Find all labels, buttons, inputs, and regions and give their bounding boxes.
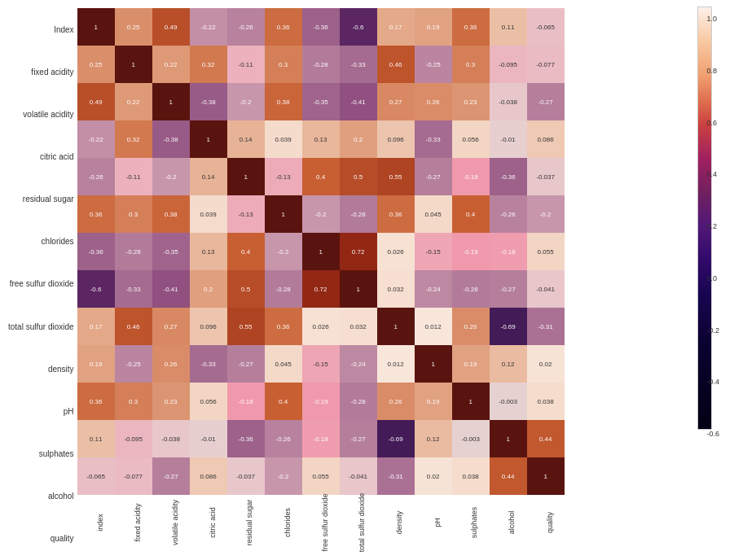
- heatmap-cell: 0.32: [190, 46, 227, 83]
- heatmap-cell: -0.065: [77, 457, 115, 495]
- y-label: total sulfur dioxide: [8, 308, 77, 345]
- x-label: density: [377, 495, 415, 560]
- heatmap-cell: -0.33: [340, 46, 377, 83]
- x-label: pH: [415, 495, 452, 560]
- heatmap-cell: 1: [302, 233, 340, 270]
- heatmap-cell: -0.24: [340, 345, 377, 383]
- heatmap-cell: -0.2: [265, 233, 302, 270]
- heatmap-cell: -0.26: [490, 195, 527, 233]
- heatmap-cell: 0.11: [77, 420, 115, 457]
- heatmap-cell: 0.19: [452, 345, 490, 383]
- heatmap-cell: -0.26: [265, 420, 302, 457]
- heatmap-cell: -0.36: [302, 8, 340, 46]
- heatmap-cell: -0.01: [190, 420, 227, 457]
- heatmap-cell: -0.19: [452, 233, 490, 270]
- colorbar-label: 1.0: [706, 15, 719, 23]
- heatmap-cell: 0.3: [265, 46, 302, 83]
- heatmap-cell: -0.065: [527, 8, 565, 46]
- heatmap-cell: 0.3: [115, 383, 152, 420]
- heatmap-cell: 1: [152, 83, 190, 120]
- heatmap-cell: 1: [265, 195, 302, 233]
- heatmap-cell: 0.4: [265, 383, 302, 420]
- chart-container: Indexfixed acidityvolatile aciditycitric…: [0, 0, 734, 560]
- heatmap-cell: 1: [452, 383, 490, 420]
- heatmap-cell: -0.35: [302, 83, 340, 120]
- heatmap-cell: 0.12: [490, 345, 527, 383]
- heatmap-cell: -0.38: [190, 83, 227, 120]
- heatmap-cell: 0.086: [190, 457, 227, 495]
- heatmap-cell: -0.13: [227, 195, 265, 233]
- y-label: sulphates: [8, 435, 77, 472]
- heatmap-cell: 0.11: [490, 8, 527, 46]
- y-label: quality: [8, 520, 77, 558]
- heatmap-cell: 0.36: [452, 8, 490, 46]
- heatmap-cell: 0.26: [152, 345, 190, 383]
- heatmap-cell: -0.2: [527, 195, 565, 233]
- colorbar-label: 0.8: [706, 67, 719, 75]
- heatmap-cell: 0.4: [452, 195, 490, 233]
- heatmap-cell: 0.27: [152, 308, 190, 345]
- x-label: volatile acidity: [152, 495, 190, 560]
- heatmap-cell: -0.22: [190, 8, 227, 46]
- x-label: free sulfur dioxide: [302, 495, 340, 560]
- heatmap-cell: -0.2: [302, 195, 340, 233]
- colorbar-label: -0.2: [706, 326, 719, 335]
- heatmap-cell: 0.19: [415, 8, 452, 46]
- heatmap-cell: -0.38: [152, 120, 190, 158]
- y-label: chlorides: [8, 223, 77, 260]
- heatmap-cell: 0.4: [227, 233, 265, 270]
- heatmap-cell: -0.11: [227, 46, 265, 83]
- heatmap-cell: 0.19: [415, 383, 452, 420]
- heatmap-cell: 0.5: [227, 270, 265, 308]
- heatmap-cell: -0.01: [490, 120, 527, 158]
- heatmap-cell: -0.19: [227, 383, 265, 420]
- heatmap-cell: -0.69: [490, 308, 527, 345]
- x-label: citric acid: [190, 495, 227, 560]
- heatmap-cell: 0.2: [190, 270, 227, 308]
- heatmap-cell: -0.041: [527, 270, 565, 308]
- heatmap-area: Indexfixed acidityvolatile aciditycitric…: [8, 8, 726, 560]
- heatmap-cell: -0.2: [265, 457, 302, 495]
- y-label: citric acid: [8, 138, 77, 175]
- x-label: fixed acidity: [115, 495, 152, 560]
- heatmap-cell: -0.36: [490, 158, 527, 195]
- heatmap-cell: 0.44: [527, 420, 565, 457]
- heatmap-cell: -0.27: [152, 457, 190, 495]
- heatmap-cell: 0.36: [377, 195, 415, 233]
- heatmap-cell: -0.19: [302, 383, 340, 420]
- heatmap-cell: -0.095: [115, 420, 152, 457]
- heatmap-cell: 0.55: [227, 308, 265, 345]
- x-label: total sulfur dioxide: [340, 495, 377, 560]
- heatmap-cell: 0.72: [302, 270, 340, 308]
- heatmap-cell: -0.6: [77, 270, 115, 308]
- heatmap-cell: 0.056: [190, 383, 227, 420]
- heatmap-cell: 0.096: [190, 308, 227, 345]
- heatmap-cell: 0.38: [265, 83, 302, 120]
- heatmap-cell: -0.36: [227, 420, 265, 457]
- heatmap-cell: 0.46: [115, 308, 152, 345]
- heatmap-cell: 0.026: [302, 308, 340, 345]
- heatmap-cell: 1: [115, 46, 152, 83]
- heatmap-cell: 0.23: [152, 383, 190, 420]
- heatmap-cell: 1: [490, 420, 527, 457]
- heatmap-cell: 1: [77, 8, 115, 46]
- heatmap-cell: 0.4: [302, 158, 340, 195]
- heatmap-cell: -0.11: [115, 158, 152, 195]
- heatmap-cell: 1: [340, 270, 377, 308]
- heatmap-cell: 0.038: [452, 457, 490, 495]
- heatmap-cell: 0.045: [415, 195, 452, 233]
- heatmap-cell: 0.12: [415, 420, 452, 457]
- x-label: quality: [527, 495, 565, 560]
- heatmap-cell: 0.26: [415, 83, 452, 120]
- heatmap-cell: 0.012: [377, 345, 415, 383]
- heatmap-cell: 0.055: [527, 233, 565, 270]
- heatmap-cell: 0.25: [115, 8, 152, 46]
- heatmap-cell: 0.49: [152, 8, 190, 46]
- heatmap-cell: 0.02: [415, 457, 452, 495]
- heatmap-cell: 0.3: [452, 46, 490, 83]
- heatmap-cell: 0.36: [265, 308, 302, 345]
- heatmap-cell: 0.22: [115, 83, 152, 120]
- heatmap-cell: 0.49: [77, 83, 115, 120]
- heatmap-cell: -0.27: [490, 270, 527, 308]
- heatmap-cell: 0.096: [377, 120, 415, 158]
